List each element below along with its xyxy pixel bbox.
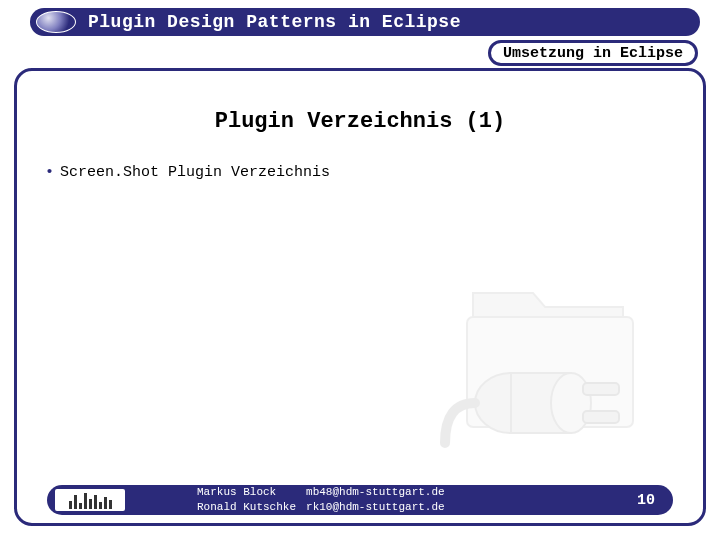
content-frame: Plugin Verzeichnis (1) •Screen.Shot Plug… bbox=[14, 68, 706, 526]
bullet-item: •Screen.Shot Plugin Verzeichnis bbox=[45, 164, 703, 181]
author1-email: mb48@hdm-stuttgart.de bbox=[306, 486, 453, 499]
footer-bar: Markus Block mb48@hdm-stuttgart.de Ronal… bbox=[47, 485, 673, 515]
svg-point-3 bbox=[551, 373, 591, 433]
svg-rect-5 bbox=[583, 411, 619, 423]
plugin-watermark-icon bbox=[433, 283, 663, 463]
hdm-logo-icon bbox=[55, 489, 125, 511]
slide-heading: Plugin Verzeichnis (1) bbox=[17, 109, 703, 134]
eclipse-logo-icon bbox=[36, 11, 76, 33]
presentation-title: Plugin Design Patterns in Eclipse bbox=[88, 12, 461, 32]
bullet-text: Screen.Shot Plugin Verzeichnis bbox=[60, 164, 330, 181]
breadcrumb-wrap: Umsetzung in Eclipse bbox=[418, 40, 698, 70]
breadcrumb: Umsetzung in Eclipse bbox=[488, 40, 698, 66]
author2-email: rk10@hdm-stuttgart.de bbox=[306, 501, 453, 514]
bullet-icon: • bbox=[45, 164, 54, 181]
author1-name: Markus Block bbox=[197, 486, 304, 499]
svg-rect-4 bbox=[583, 383, 619, 395]
title-bar: Plugin Design Patterns in Eclipse bbox=[30, 8, 700, 36]
page-number: 10 bbox=[637, 492, 655, 509]
author2-name: Ronald Kutschke bbox=[197, 501, 304, 514]
breadcrumb-label: Umsetzung in Eclipse bbox=[503, 45, 683, 62]
footer-authors: Markus Block mb48@hdm-stuttgart.de Ronal… bbox=[195, 484, 455, 516]
